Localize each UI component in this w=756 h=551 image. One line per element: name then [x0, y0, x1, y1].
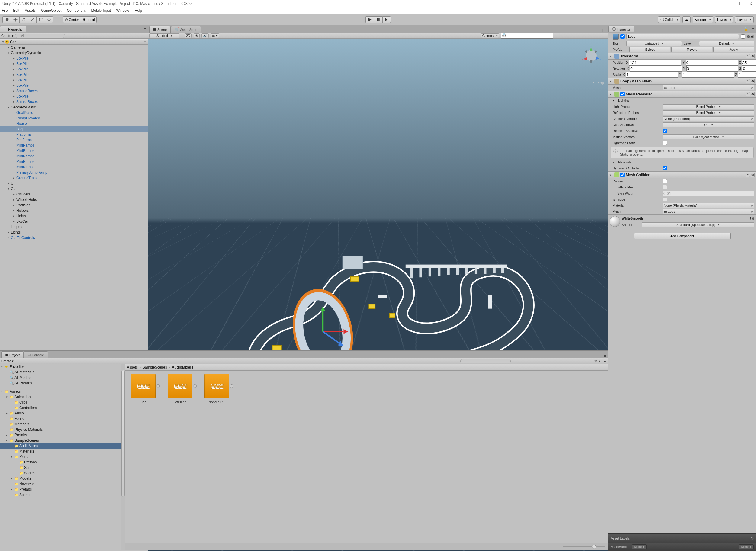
- position-z[interactable]: [742, 60, 756, 66]
- pause-button[interactable]: [374, 16, 383, 23]
- scale-tool[interactable]: [28, 16, 36, 23]
- layers-dropdown[interactable]: Layers: [715, 16, 733, 23]
- play-button[interactable]: [365, 16, 374, 23]
- scene-fx-toggle[interactable]: ▦ ▾: [210, 33, 219, 38]
- menu-file[interactable]: File: [2, 8, 8, 13]
- receive-shadows-toggle[interactable]: [663, 129, 667, 133]
- hierarchy-item[interactable]: ▸GroundTrack: [0, 175, 148, 181]
- project-folder-item[interactable]: ▾📁SampleScenes: [0, 438, 120, 443]
- hierarchy-search-input[interactable]: [15, 34, 65, 38]
- minimize-icon[interactable]: —: [728, 2, 733, 6]
- scene-audio-toggle[interactable]: 🔊: [201, 33, 209, 38]
- rotate-tool[interactable]: [19, 16, 28, 23]
- motion-vectors-dropdown[interactable]: Per Object Motion: [663, 134, 754, 139]
- gameobject-static-toggle[interactable]: [741, 34, 745, 39]
- project-folder-item[interactable]: 🔍All Models: [0, 375, 120, 380]
- hierarchy-item[interactable]: Loop: [0, 126, 148, 132]
- project-folder-item[interactable]: ▾★Favorites: [0, 364, 120, 370]
- project-context-icon[interactable]: ⋮≡: [599, 354, 608, 358]
- project-breadcrumb[interactable]: Assets› SampleScenes› AudioMixers: [125, 364, 608, 371]
- tab-inspector[interactable]: ⓘ Inspector: [608, 26, 634, 32]
- project-folder-item[interactable]: ▸📁Controllers: [0, 405, 120, 411]
- hierarchy-item[interactable]: ▾GeometryStatic: [0, 104, 148, 110]
- hierarchy-item[interactable]: ▸SmashBoxes: [0, 88, 148, 94]
- hierarchy-item[interactable]: RampElevated: [0, 115, 148, 121]
- lightmap-static-toggle[interactable]: [663, 141, 667, 145]
- layer-dropdown[interactable]: Default: [699, 41, 754, 46]
- hand-tool[interactable]: [2, 16, 11, 23]
- scene-gizmos-dropdown[interactable]: Gizmos: [481, 33, 499, 38]
- hierarchy-item[interactable]: ▸CarTiltControls: [0, 235, 148, 240]
- tab-scene[interactable]: ▦ Scene: [149, 26, 171, 33]
- project-search-input[interactable]: [460, 359, 511, 364]
- project-folder-item[interactable]: 📁Physics Materials: [0, 427, 120, 432]
- gameobject-icon[interactable]: [613, 34, 619, 40]
- project-folder-item[interactable]: ▸📁Prefabs: [0, 487, 120, 492]
- hierarchy-item[interactable]: ▸BoxPile: [0, 66, 148, 72]
- menu-assets[interactable]: Assets: [25, 8, 36, 13]
- project-file-item[interactable]: ⎚⎚⎚JetPlane: [165, 374, 195, 404]
- mesh-renderer-enabled[interactable]: [620, 92, 625, 96]
- component-docs-icon[interactable]: ?: [746, 54, 750, 58]
- hierarchy-item[interactable]: Platforms: [0, 137, 148, 142]
- hierarchy-item[interactable]: ▸BoxPile: [0, 83, 148, 88]
- position-x[interactable]: [629, 60, 681, 66]
- position-y[interactable]: [686, 60, 738, 66]
- hierarchy-item[interactable]: MiniRamps: [0, 142, 148, 148]
- hierarchy-item[interactable]: MiniRamps: [0, 153, 148, 159]
- move-tool[interactable]: [11, 16, 19, 23]
- hierarchy-item[interactable]: ▸BoxPile: [0, 61, 148, 66]
- tag-dropdown[interactable]: Untagged: [626, 41, 682, 46]
- cloud-button[interactable]: ☁: [682, 16, 691, 23]
- inspector-context-icon[interactable]: 🔒 ⋮≡: [742, 27, 756, 31]
- hierarchy-item[interactable]: MiniRamps: [0, 159, 148, 164]
- account-dropdown[interactable]: Account: [693, 16, 713, 23]
- menu-gameobject[interactable]: GameObject: [41, 8, 61, 13]
- pivot-center-toggle[interactable]: ◎ Center: [63, 16, 81, 23]
- project-filter-icon[interactable]: 👁: [594, 359, 598, 363]
- component-settings-icon[interactable]: ⚙: [751, 54, 755, 58]
- collider-material-field[interactable]: None (Physic Material)⊙: [663, 203, 754, 208]
- project-folder-item[interactable]: ▸📁Scenes: [0, 492, 120, 498]
- hierarchy-item[interactable]: ▾Car: [0, 186, 148, 191]
- collider-mesh-field[interactable]: ▦ Loop⊙: [663, 209, 754, 214]
- folder-scrollbar[interactable]: [121, 364, 125, 550]
- prefab-apply-button[interactable]: Apply: [713, 47, 754, 52]
- hierarchy-item[interactable]: MiniRamps: [0, 164, 148, 170]
- shader-dropdown[interactable]: Standard (Specular setup): [642, 222, 754, 227]
- project-folder-item[interactable]: 🔍All Prefabs: [0, 380, 120, 386]
- scene-orientation-gizmo[interactable]: y z x: [581, 45, 602, 66]
- step-button[interactable]: [383, 16, 391, 23]
- cast-shadows-dropdown[interactable]: Off: [663, 122, 754, 127]
- hierarchy-context-icon[interactable]: ⋮≡: [139, 27, 148, 31]
- project-label-filter-icon[interactable]: 🏷: [599, 359, 602, 363]
- menu-window[interactable]: Window: [116, 8, 129, 13]
- hierarchy-scene-row[interactable]: ▾ 😊 Car⋮≡: [0, 39, 148, 45]
- menu-component[interactable]: Component: [67, 8, 85, 13]
- project-folder-item[interactable]: 🔍All Materials: [0, 370, 120, 375]
- menu-mobile-input[interactable]: Mobile Input: [91, 8, 110, 13]
- project-folder-item[interactable]: ▾📁Assets: [0, 389, 120, 394]
- close-icon[interactable]: ✕: [748, 2, 754, 6]
- hierarchy-item[interactable]: House: [0, 121, 148, 126]
- hierarchy-item[interactable]: ▸SkyCar: [0, 219, 148, 224]
- hierarchy-item[interactable]: MiniRamps: [0, 148, 148, 153]
- rect-tool[interactable]: [36, 16, 45, 23]
- tab-hierarchy[interactable]: ☰ Hierarchy: [0, 26, 26, 32]
- project-folder-item[interactable]: 📁Fonts: [0, 416, 120, 421]
- hierarchy-item[interactable]: ▸Helpers: [0, 224, 148, 229]
- prefab-select-button[interactable]: Select: [630, 47, 670, 52]
- project-folder-tree[interactable]: ▾★Favorites🔍All Materials🔍All Models🔍All…: [0, 364, 121, 550]
- scene-lighting-toggle[interactable]: ☀: [194, 33, 200, 38]
- gameobject-active-toggle[interactable]: [620, 34, 625, 39]
- project-folder-item[interactable]: 📁AudioMixers: [0, 443, 120, 449]
- hierarchy-item[interactable]: ▸Particles: [0, 202, 148, 208]
- hierarchy-item[interactable]: ▸WheelsHubs: [0, 197, 148, 202]
- hierarchy-item[interactable]: Platforms: [0, 132, 148, 137]
- light-probes-dropdown[interactable]: Blend Probes: [663, 104, 754, 109]
- menu-edit[interactable]: Edit: [13, 8, 19, 13]
- project-folder-item[interactable]: 📁Sprites: [0, 470, 120, 476]
- tab-console[interactable]: ▤ Console: [24, 351, 48, 358]
- hierarchy-item[interactable]: ▸Cameras: [0, 45, 148, 50]
- gameobject-name-field[interactable]: [626, 34, 739, 39]
